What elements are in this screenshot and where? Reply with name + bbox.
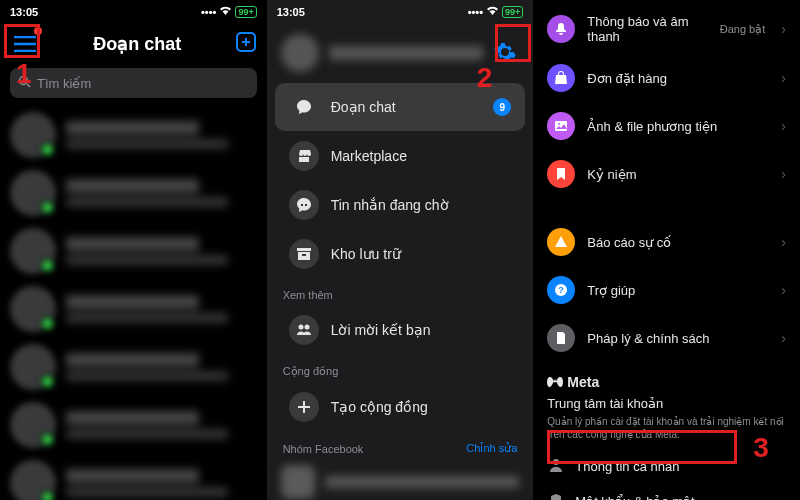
setting-label: Thông báo và âm thanh [587, 14, 707, 44]
menu-friend-requests[interactable]: Lời mời kết bạn [275, 306, 526, 354]
setting-label: Trợ giúp [587, 283, 769, 298]
fb-group-row[interactable] [281, 459, 520, 500]
chevron-right-icon: › [781, 234, 786, 250]
section-label: Nhóm Facebook [283, 443, 364, 455]
meta-password-security[interactable]: Mật khẩu & bảo mật [533, 484, 800, 500]
chevron-right-icon: › [781, 70, 786, 86]
chat-row[interactable] [10, 164, 257, 222]
signal-icon: •••• [201, 6, 216, 18]
question-icon: ? [547, 276, 575, 304]
setting-status: Đang bật [720, 23, 766, 36]
status-right: •••• 99+ [201, 6, 257, 18]
setting-report[interactable]: Báo cáo sự cố › [533, 218, 800, 266]
people-icon [289, 315, 319, 345]
notification-dot [34, 27, 42, 35]
chevron-right-icon: › [781, 166, 786, 182]
screen-drawer: 13:05 •••• 99+ Đoạn chat 9 Marketplace T… [267, 0, 534, 500]
section-fb-groups: Nhóm Facebook Chỉnh sửa [267, 432, 534, 459]
meta-center-desc: Quản lý phần cài đặt tài khoản và trải n… [547, 415, 786, 441]
svg-text:?: ? [559, 285, 565, 295]
clock: 13:05 [277, 6, 305, 18]
chevron-right-icon: › [781, 21, 786, 37]
settings-gear-button[interactable] [493, 40, 519, 66]
meta-item-label: Thông tin cá nhân [575, 459, 679, 474]
bookmark-icon [547, 160, 575, 188]
chat-row[interactable] [10, 338, 257, 396]
setting-legal[interactable]: Pháp lý & chính sách › [533, 314, 800, 362]
search-icon [18, 75, 31, 91]
svg-point-8 [553, 459, 559, 465]
chat-row[interactable] [10, 106, 257, 164]
chevron-right-icon: › [781, 282, 786, 298]
menu-label: Lời mời kết bạn [331, 322, 431, 338]
page-title: Đoạn chat [40, 33, 235, 55]
status-bar: 13:05 •••• 99+ [267, 0, 534, 24]
drawer-profile[interactable] [267, 24, 534, 82]
archive-icon [289, 239, 319, 269]
svg-point-2 [298, 325, 303, 330]
setting-label: Pháp lý & chính sách [587, 331, 769, 346]
warning-icon [547, 228, 575, 256]
menu-archive[interactable]: Kho lưu trữ [275, 230, 526, 278]
screen-settings: Thông báo và âm thanh Đang bật › Đơn đặt… [533, 0, 800, 500]
wifi-icon [219, 6, 232, 18]
unread-badge: 9 [493, 98, 511, 116]
setting-label: Ảnh & file phương tiện [587, 119, 769, 134]
wifi-icon [486, 6, 499, 18]
setting-media[interactable]: Ảnh & file phương tiện › [533, 102, 800, 150]
meta-personal-info[interactable]: Thông tin cá nhân [533, 449, 800, 484]
marketplace-icon [289, 141, 319, 171]
chevron-right-icon: › [781, 118, 786, 134]
status-right: •••• 99+ [468, 6, 524, 18]
chat-bubble-icon [289, 92, 319, 122]
meta-logo: Meta [547, 374, 786, 390]
signal-icon: •••• [468, 6, 483, 18]
bag-icon [547, 64, 575, 92]
person-icon [547, 458, 565, 475]
message-icon [289, 190, 319, 220]
menu-chats[interactable]: Đoạn chat 9 [275, 83, 526, 131]
chevron-right-icon: › [781, 330, 786, 346]
clock: 13:05 [10, 6, 38, 18]
search-input[interactable]: Tìm kiếm [10, 68, 257, 98]
chat-row[interactable] [10, 222, 257, 280]
section-community: Cộng đồng [267, 355, 534, 382]
setting-notifications[interactable]: Thông báo và âm thanh Đang bật › [533, 4, 800, 54]
edit-link[interactable]: Chỉnh sửa [466, 442, 517, 455]
search-placeholder: Tìm kiếm [37, 76, 91, 91]
chat-row[interactable] [10, 454, 257, 500]
menu-label: Tạo cộng đồng [331, 399, 428, 415]
setting-label: Kỷ niệm [587, 167, 769, 182]
image-icon [547, 112, 575, 140]
menu-create-community[interactable]: Tạo cộng đồng [275, 383, 526, 431]
meta-item-label: Mật khẩu & bảo mật [575, 494, 694, 500]
menu-label: Marketplace [331, 148, 407, 164]
screen-chats: 13:05 •••• 99+ Đoạn chat Tìm kiếm [0, 0, 267, 500]
fb-groups-list [267, 459, 534, 500]
menu-label: Đoạn chat [331, 99, 396, 115]
svg-point-5 [558, 123, 560, 125]
menu-message-requests[interactable]: Tin nhắn đang chờ [275, 181, 526, 229]
status-bar: 13:05 •••• 99+ [0, 0, 267, 24]
menu-marketplace[interactable]: Marketplace [275, 132, 526, 180]
profile-name [329, 46, 484, 60]
avatar [281, 34, 319, 72]
meta-center-title: Trung tâm tài khoản [547, 396, 786, 411]
setting-label: Báo cáo sự cố [587, 235, 769, 250]
setting-orders[interactable]: Đơn đặt hàng › [533, 54, 800, 102]
compose-button[interactable] [235, 31, 257, 57]
svg-point-1 [20, 77, 28, 85]
meta-accounts-center: Meta Trung tâm tài khoản Quản lý phần cà… [533, 362, 800, 449]
chat-row[interactable] [10, 280, 257, 338]
document-icon [547, 324, 575, 352]
shield-icon [547, 493, 565, 500]
setting-memories[interactable]: Kỷ niệm › [533, 150, 800, 198]
chat-list [0, 106, 267, 500]
setting-help[interactable]: ? Trợ giúp › [533, 266, 800, 314]
chats-header: Đoạn chat [0, 24, 267, 64]
hamburger-button[interactable] [10, 29, 40, 59]
svg-rect-4 [555, 121, 567, 131]
menu-label: Tin nhắn đang chờ [331, 197, 449, 213]
chat-row[interactable] [10, 396, 257, 454]
battery-icon: 99+ [235, 6, 256, 18]
